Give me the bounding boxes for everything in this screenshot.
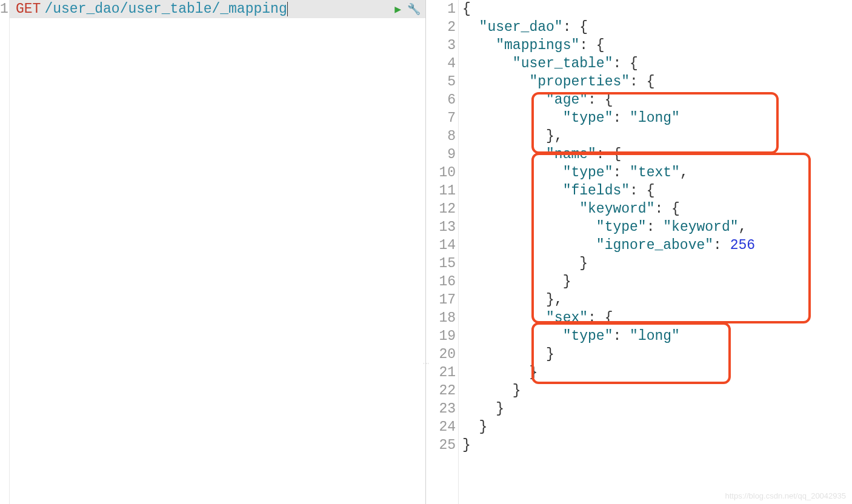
response-line: } — [462, 382, 852, 400]
response-line-number: 3 — [426, 36, 456, 55]
response-line-number: 21 — [426, 363, 456, 382]
response-line: "age": { — [462, 91, 852, 109]
drag-handle-icon[interactable]: ⋮ — [422, 360, 429, 366]
response-line-number: 14 — [426, 236, 456, 254]
kibana-console: 1 GET /user_dao/user_table/_mapping ▶ 🔧 … — [0, 0, 852, 504]
response-line-number: 24 — [426, 418, 456, 436]
response-line-number: 25 — [426, 436, 456, 454]
response-line-number: 6 — [426, 91, 456, 109]
response-line-number: 5 — [426, 73, 456, 91]
response-line: } — [462, 418, 852, 436]
response-line: "keyword": { — [462, 200, 852, 218]
response-line: { — [462, 0, 852, 18]
response-line-number: 23 — [426, 400, 456, 418]
response-line: "user_table": { — [462, 55, 852, 73]
response-line-number: 15 — [426, 254, 456, 273]
request-gutter: 1 — [0, 0, 10, 504]
response-line-number: 11 — [426, 182, 456, 200]
watermark-text: https://blog.csdn.net/qq_20042935 — [725, 491, 847, 500]
response-line: }, — [462, 127, 852, 145]
response-line-number: 9 — [426, 145, 456, 164]
response-line-number: 20 — [426, 345, 456, 363]
response-line-number: 8 — [426, 127, 456, 145]
response-line: } — [462, 400, 852, 418]
request-editor[interactable]: 1 GET /user_dao/user_table/_mapping ▶ 🔧 — [0, 0, 426, 504]
response-line: "name": { — [462, 145, 852, 164]
response-line-number: 17 — [426, 291, 456, 309]
play-icon[interactable]: ▶ — [394, 2, 401, 16]
response-line: } — [462, 345, 852, 363]
response-gutter: 1234567891011121314151617181920212223242… — [426, 0, 459, 504]
response-line-number: 16 — [426, 273, 456, 291]
response-line-number: 12 — [426, 200, 456, 218]
response-line-number: 10 — [426, 164, 456, 182]
response-line-number: 19 — [426, 327, 456, 345]
response-line-number: 13 — [426, 218, 456, 236]
response-line: }, — [462, 291, 852, 309]
response-line: "ignore_above": 256 — [462, 236, 852, 254]
request-toolbar: ▶ 🔧 — [394, 2, 421, 16]
wrench-icon[interactable]: 🔧 — [407, 2, 421, 16]
response-line: "type": "long" — [462, 327, 852, 345]
response-line: } — [462, 254, 852, 273]
response-line-number: 7 — [426, 109, 456, 127]
response-line-number: 22 — [426, 382, 456, 400]
text-cursor — [287, 2, 288, 16]
response-viewer: ⋮ 12345678910111213141516171819202122232… — [426, 0, 852, 504]
response-line-number: 4 — [426, 55, 456, 73]
http-verb: GET — [16, 1, 41, 17]
response-line: "sex": { — [462, 309, 852, 327]
response-line: "fields": { — [462, 182, 852, 200]
response-line: "type": "keyword", — [462, 218, 852, 236]
response-line-number: 18 — [426, 309, 456, 327]
response-line: "user_dao": { — [462, 18, 852, 36]
request-line-number: 1 — [0, 0, 9, 18]
response-line: } — [462, 273, 852, 291]
response-line: } — [462, 436, 852, 454]
response-line: "mappings": { — [462, 36, 852, 55]
response-code[interactable]: { "user_dao": { "mappings": { "user_tabl… — [459, 0, 852, 504]
response-line: "type": "long" — [462, 109, 852, 127]
response-line: "properties": { — [462, 73, 852, 91]
response-line-number: 2 — [426, 18, 456, 36]
response-line: } — [462, 363, 852, 382]
request-content[interactable]: GET /user_dao/user_table/_mapping ▶ 🔧 — [10, 0, 425, 504]
request-line[interactable]: GET /user_dao/user_table/_mapping — [10, 0, 425, 18]
response-line-number: 1 — [426, 0, 456, 18]
request-path: /user_dao/user_table/_mapping — [44, 1, 287, 17]
response-line: "type": "text", — [462, 164, 852, 182]
